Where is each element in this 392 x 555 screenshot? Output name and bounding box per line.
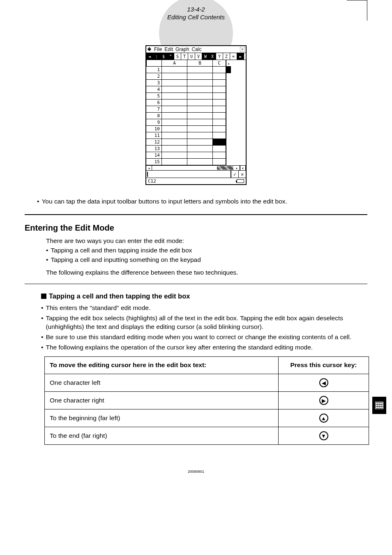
edit-box[interactable] [146, 171, 231, 178]
cell[interactable] [213, 126, 226, 132]
vertical-scrollbar-track[interactable] [226, 80, 231, 86]
cell[interactable] [213, 93, 226, 99]
cell[interactable] [187, 159, 213, 165]
cell[interactable] [162, 86, 187, 93]
cell[interactable] [187, 73, 213, 80]
cell[interactable] [213, 152, 226, 159]
cell[interactable] [162, 132, 187, 139]
cell[interactable] [187, 139, 213, 146]
cell[interactable] [187, 67, 213, 73]
cell[interactable] [213, 132, 226, 139]
row-header[interactable]: 1 [146, 67, 162, 73]
row-header[interactable]: 3 [146, 80, 162, 86]
toolbar-button[interactable]: T [181, 53, 188, 60]
row-header[interactable]: 13 [146, 146, 162, 152]
vertical-scrollbar-track[interactable] [226, 119, 231, 126]
cell[interactable] [162, 119, 187, 126]
cell[interactable] [213, 73, 226, 80]
toolbar-button[interactable]: ► [237, 53, 244, 60]
cell[interactable] [213, 99, 226, 106]
scroll-left-button[interactable]: ◂ [146, 166, 152, 170]
col-header-b[interactable]: B [187, 60, 213, 67]
vertical-scrollbar-track[interactable] [226, 152, 231, 159]
cell[interactable] [187, 113, 213, 119]
spreadsheet-grid[interactable]: A B C ▴ 123456789101112131415 ◂ ▸ ▾ [146, 60, 246, 170]
cell[interactable] [187, 106, 213, 113]
menu-graph[interactable]: Graph [175, 46, 189, 52]
cell[interactable] [162, 152, 187, 159]
toolbar-button[interactable]: " [167, 53, 174, 60]
vertical-scrollbar-track[interactable] [226, 93, 231, 99]
vertical-scrollbar-track[interactable] [226, 132, 231, 139]
cell[interactable] [162, 106, 187, 113]
row-header[interactable]: 6 [146, 99, 162, 106]
vertical-scrollbar-track[interactable] [226, 99, 231, 106]
cell[interactable] [162, 80, 187, 86]
vertical-scrollbar-track[interactable] [226, 67, 231, 73]
toolbar-button[interactable]: ◄ [146, 53, 153, 60]
cell[interactable] [187, 99, 213, 106]
close-icon[interactable]: × [240, 47, 245, 52]
cell[interactable] [187, 126, 213, 132]
cell[interactable] [213, 159, 226, 165]
row-header[interactable]: 9 [146, 119, 162, 126]
vertical-scrollbar-track[interactable] [226, 86, 231, 93]
vertical-scrollbar-track[interactable] [226, 113, 231, 119]
cell[interactable] [213, 113, 226, 119]
scroll-up-button[interactable]: ▴ [226, 60, 231, 67]
cancel-button[interactable]: ✕ [238, 171, 246, 178]
app-menu-icon[interactable]: ❖ [147, 46, 152, 52]
scroll-down-button[interactable]: ▾ [240, 166, 246, 170]
row-header[interactable]: 5 [146, 93, 162, 99]
vertical-scrollbar-track[interactable] [226, 159, 231, 165]
cell[interactable] [187, 146, 213, 152]
cell[interactable] [187, 132, 213, 139]
scroll-right-button[interactable]: ▸ [234, 166, 240, 170]
toolbar-button[interactable]: U [188, 53, 195, 60]
cell[interactable] [187, 119, 213, 126]
cell[interactable] [162, 67, 187, 73]
cell[interactable] [187, 86, 213, 93]
vertical-scrollbar-track[interactable] [226, 126, 231, 132]
cell[interactable] [187, 93, 213, 99]
col-header-a[interactable]: A [162, 60, 187, 67]
cell[interactable] [187, 80, 213, 86]
toolbar-button[interactable]: : [153, 53, 160, 60]
menu-edit[interactable]: Edit [164, 46, 173, 52]
toolbar-button[interactable]: S [174, 53, 181, 60]
cell[interactable] [162, 113, 187, 119]
cell[interactable] [213, 86, 226, 93]
cell[interactable] [187, 152, 213, 159]
vertical-scrollbar-track[interactable] [226, 139, 231, 146]
toolbar-button[interactable]: = [230, 53, 237, 60]
menu-file[interactable]: File [154, 46, 162, 52]
toolbar-button[interactable]: X [209, 53, 216, 60]
row-header[interactable]: 7 [146, 106, 162, 113]
row-header[interactable]: 14 [146, 152, 162, 159]
row-header[interactable]: 11 [146, 132, 162, 139]
row-header[interactable]: 2 [146, 73, 162, 80]
vertical-scrollbar-track[interactable] [226, 146, 231, 152]
cell[interactable] [162, 93, 187, 99]
toolbar-button[interactable]: W [202, 53, 209, 60]
cell[interactable] [213, 80, 226, 86]
cell[interactable] [213, 139, 226, 146]
row-header[interactable]: 10 [146, 126, 162, 132]
cell[interactable] [162, 139, 187, 146]
vertical-scrollbar-track[interactable] [226, 106, 231, 113]
confirm-button[interactable]: ✓ [231, 171, 238, 178]
cell[interactable] [213, 119, 226, 126]
row-header[interactable]: 4 [146, 86, 162, 93]
col-header-c[interactable]: C [213, 60, 226, 67]
toolbar-button[interactable]: V [195, 53, 202, 60]
horizontal-scrollbar[interactable]: ◂ ▸ ▾ [146, 165, 246, 170]
cell[interactable] [213, 67, 226, 73]
vertical-scrollbar-track[interactable] [226, 73, 231, 80]
cell[interactable] [213, 106, 226, 113]
select-all-corner[interactable] [146, 60, 162, 67]
row-header[interactable]: 8 [146, 113, 162, 119]
cell[interactable] [162, 126, 187, 132]
cell[interactable] [162, 146, 187, 152]
menu-calc[interactable]: Calc [191, 46, 201, 52]
cell[interactable] [213, 146, 226, 152]
